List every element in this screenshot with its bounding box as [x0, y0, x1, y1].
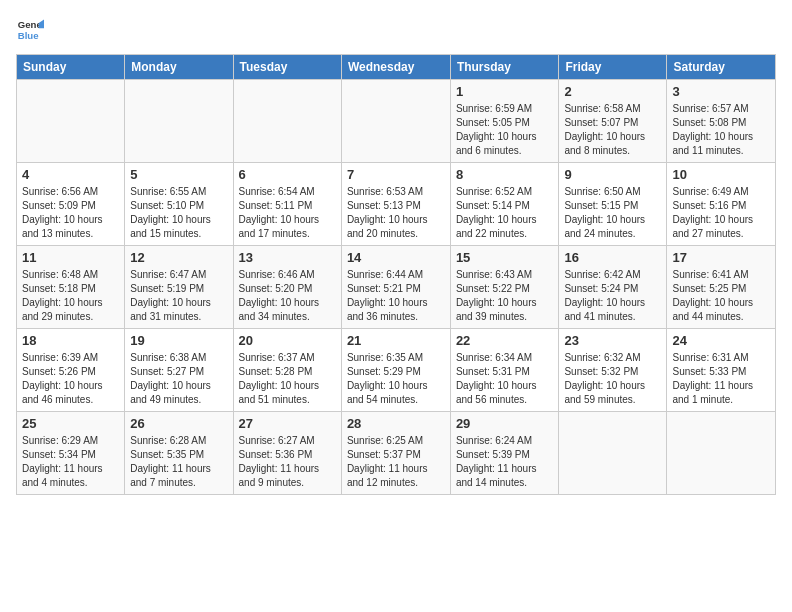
calendar-cell	[667, 412, 776, 495]
day-number: 8	[456, 167, 554, 182]
column-header-sunday: Sunday	[17, 55, 125, 80]
calendar-cell: 20Sunrise: 6:37 AM Sunset: 5:28 PM Dayli…	[233, 329, 341, 412]
day-info: Sunrise: 6:53 AM Sunset: 5:13 PM Dayligh…	[347, 185, 445, 241]
day-number: 27	[239, 416, 336, 431]
day-number: 17	[672, 250, 770, 265]
calendar-cell: 12Sunrise: 6:47 AM Sunset: 5:19 PM Dayli…	[125, 246, 233, 329]
day-number: 4	[22, 167, 119, 182]
day-info: Sunrise: 6:50 AM Sunset: 5:15 PM Dayligh…	[564, 185, 661, 241]
day-number: 5	[130, 167, 227, 182]
column-header-friday: Friday	[559, 55, 667, 80]
calendar-week-row: 4Sunrise: 6:56 AM Sunset: 5:09 PM Daylig…	[17, 163, 776, 246]
day-number: 9	[564, 167, 661, 182]
calendar-table: SundayMondayTuesdayWednesdayThursdayFrid…	[16, 54, 776, 495]
calendar-cell: 8Sunrise: 6:52 AM Sunset: 5:14 PM Daylig…	[450, 163, 559, 246]
day-number: 13	[239, 250, 336, 265]
day-info: Sunrise: 6:32 AM Sunset: 5:32 PM Dayligh…	[564, 351, 661, 407]
day-info: Sunrise: 6:34 AM Sunset: 5:31 PM Dayligh…	[456, 351, 554, 407]
day-number: 26	[130, 416, 227, 431]
calendar-week-row: 11Sunrise: 6:48 AM Sunset: 5:18 PM Dayli…	[17, 246, 776, 329]
calendar-cell: 18Sunrise: 6:39 AM Sunset: 5:26 PM Dayli…	[17, 329, 125, 412]
day-info: Sunrise: 6:47 AM Sunset: 5:19 PM Dayligh…	[130, 268, 227, 324]
calendar-cell: 15Sunrise: 6:43 AM Sunset: 5:22 PM Dayli…	[450, 246, 559, 329]
day-info: Sunrise: 6:24 AM Sunset: 5:39 PM Dayligh…	[456, 434, 554, 490]
logo-icon: General Blue	[16, 16, 44, 44]
day-number: 24	[672, 333, 770, 348]
calendar-cell	[125, 80, 233, 163]
calendar-cell: 24Sunrise: 6:31 AM Sunset: 5:33 PM Dayli…	[667, 329, 776, 412]
calendar-cell: 13Sunrise: 6:46 AM Sunset: 5:20 PM Dayli…	[233, 246, 341, 329]
calendar-cell: 5Sunrise: 6:55 AM Sunset: 5:10 PM Daylig…	[125, 163, 233, 246]
calendar-cell: 17Sunrise: 6:41 AM Sunset: 5:25 PM Dayli…	[667, 246, 776, 329]
calendar-cell: 22Sunrise: 6:34 AM Sunset: 5:31 PM Dayli…	[450, 329, 559, 412]
calendar-cell: 1Sunrise: 6:59 AM Sunset: 5:05 PM Daylig…	[450, 80, 559, 163]
day-number: 18	[22, 333, 119, 348]
day-info: Sunrise: 6:52 AM Sunset: 5:14 PM Dayligh…	[456, 185, 554, 241]
column-header-tuesday: Tuesday	[233, 55, 341, 80]
calendar-cell: 11Sunrise: 6:48 AM Sunset: 5:18 PM Dayli…	[17, 246, 125, 329]
day-number: 12	[130, 250, 227, 265]
column-header-saturday: Saturday	[667, 55, 776, 80]
day-number: 7	[347, 167, 445, 182]
day-number: 10	[672, 167, 770, 182]
calendar-week-row: 25Sunrise: 6:29 AM Sunset: 5:34 PM Dayli…	[17, 412, 776, 495]
day-number: 11	[22, 250, 119, 265]
calendar-cell: 9Sunrise: 6:50 AM Sunset: 5:15 PM Daylig…	[559, 163, 667, 246]
day-number: 20	[239, 333, 336, 348]
day-info: Sunrise: 6:59 AM Sunset: 5:05 PM Dayligh…	[456, 102, 554, 158]
svg-text:Blue: Blue	[18, 30, 39, 41]
calendar-cell: 2Sunrise: 6:58 AM Sunset: 5:07 PM Daylig…	[559, 80, 667, 163]
day-number: 21	[347, 333, 445, 348]
page-header: General Blue	[16, 16, 776, 44]
day-info: Sunrise: 6:41 AM Sunset: 5:25 PM Dayligh…	[672, 268, 770, 324]
day-number: 3	[672, 84, 770, 99]
day-info: Sunrise: 6:31 AM Sunset: 5:33 PM Dayligh…	[672, 351, 770, 407]
day-info: Sunrise: 6:38 AM Sunset: 5:27 PM Dayligh…	[130, 351, 227, 407]
day-info: Sunrise: 6:42 AM Sunset: 5:24 PM Dayligh…	[564, 268, 661, 324]
calendar-cell: 26Sunrise: 6:28 AM Sunset: 5:35 PM Dayli…	[125, 412, 233, 495]
day-info: Sunrise: 6:49 AM Sunset: 5:16 PM Dayligh…	[672, 185, 770, 241]
calendar-cell: 28Sunrise: 6:25 AM Sunset: 5:37 PM Dayli…	[341, 412, 450, 495]
calendar-week-row: 18Sunrise: 6:39 AM Sunset: 5:26 PM Dayli…	[17, 329, 776, 412]
day-number: 1	[456, 84, 554, 99]
logo: General Blue	[16, 16, 48, 44]
calendar-cell: 10Sunrise: 6:49 AM Sunset: 5:16 PM Dayli…	[667, 163, 776, 246]
calendar-cell: 14Sunrise: 6:44 AM Sunset: 5:21 PM Dayli…	[341, 246, 450, 329]
day-number: 22	[456, 333, 554, 348]
calendar-cell: 4Sunrise: 6:56 AM Sunset: 5:09 PM Daylig…	[17, 163, 125, 246]
day-number: 29	[456, 416, 554, 431]
calendar-cell: 7Sunrise: 6:53 AM Sunset: 5:13 PM Daylig…	[341, 163, 450, 246]
day-number: 16	[564, 250, 661, 265]
calendar-cell: 23Sunrise: 6:32 AM Sunset: 5:32 PM Dayli…	[559, 329, 667, 412]
day-number: 15	[456, 250, 554, 265]
calendar-cell	[559, 412, 667, 495]
calendar-cell	[341, 80, 450, 163]
column-header-monday: Monday	[125, 55, 233, 80]
day-number: 23	[564, 333, 661, 348]
day-number: 19	[130, 333, 227, 348]
calendar-cell: 6Sunrise: 6:54 AM Sunset: 5:11 PM Daylig…	[233, 163, 341, 246]
calendar-header-row: SundayMondayTuesdayWednesdayThursdayFrid…	[17, 55, 776, 80]
day-number: 14	[347, 250, 445, 265]
day-number: 25	[22, 416, 119, 431]
calendar-cell: 27Sunrise: 6:27 AM Sunset: 5:36 PM Dayli…	[233, 412, 341, 495]
column-header-thursday: Thursday	[450, 55, 559, 80]
column-header-wednesday: Wednesday	[341, 55, 450, 80]
day-info: Sunrise: 6:57 AM Sunset: 5:08 PM Dayligh…	[672, 102, 770, 158]
day-info: Sunrise: 6:25 AM Sunset: 5:37 PM Dayligh…	[347, 434, 445, 490]
day-info: Sunrise: 6:56 AM Sunset: 5:09 PM Dayligh…	[22, 185, 119, 241]
day-info: Sunrise: 6:29 AM Sunset: 5:34 PM Dayligh…	[22, 434, 119, 490]
day-number: 6	[239, 167, 336, 182]
day-info: Sunrise: 6:27 AM Sunset: 5:36 PM Dayligh…	[239, 434, 336, 490]
day-info: Sunrise: 6:37 AM Sunset: 5:28 PM Dayligh…	[239, 351, 336, 407]
day-number: 28	[347, 416, 445, 431]
calendar-cell: 21Sunrise: 6:35 AM Sunset: 5:29 PM Dayli…	[341, 329, 450, 412]
calendar-cell: 16Sunrise: 6:42 AM Sunset: 5:24 PM Dayli…	[559, 246, 667, 329]
calendar-cell: 29Sunrise: 6:24 AM Sunset: 5:39 PM Dayli…	[450, 412, 559, 495]
day-info: Sunrise: 6:39 AM Sunset: 5:26 PM Dayligh…	[22, 351, 119, 407]
day-info: Sunrise: 6:46 AM Sunset: 5:20 PM Dayligh…	[239, 268, 336, 324]
day-info: Sunrise: 6:28 AM Sunset: 5:35 PM Dayligh…	[130, 434, 227, 490]
calendar-cell: 25Sunrise: 6:29 AM Sunset: 5:34 PM Dayli…	[17, 412, 125, 495]
day-info: Sunrise: 6:35 AM Sunset: 5:29 PM Dayligh…	[347, 351, 445, 407]
calendar-cell	[17, 80, 125, 163]
